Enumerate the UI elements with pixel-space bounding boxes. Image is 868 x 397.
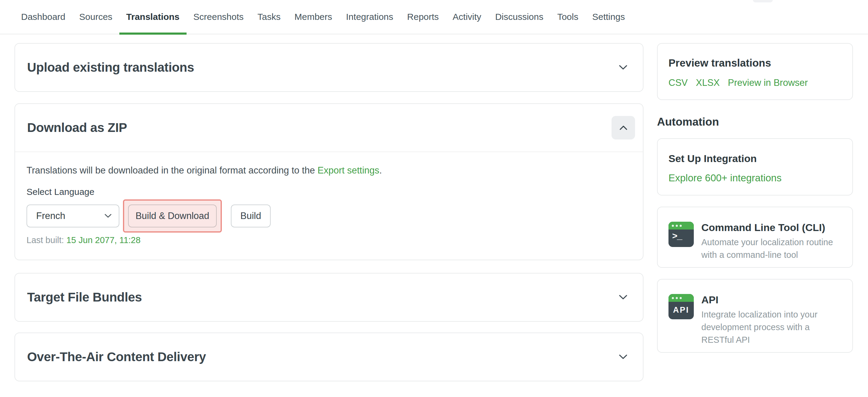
export-settings-link[interactable]: Export settings xyxy=(318,165,379,176)
xlsx-link[interactable]: XLSX xyxy=(696,77,720,88)
tab-integrations[interactable]: Integrations xyxy=(339,0,400,34)
chevron-down-icon xyxy=(619,295,627,300)
cli-promo-card[interactable]: >_ Command Line Tool (CLI) Automate your… xyxy=(657,207,853,268)
chevron-down-icon xyxy=(619,355,627,359)
terminal-prompt-glyph: >_ xyxy=(669,230,694,241)
description-period: . xyxy=(379,165,382,176)
tab-tasks[interactable]: Tasks xyxy=(250,0,287,34)
preview-card-title: Preview translations xyxy=(669,57,841,69)
highlight-annotation-box: Build & Download xyxy=(123,199,222,233)
terminal-dot-icon xyxy=(676,225,678,227)
explore-integrations-link[interactable]: Explore 600+ integrations xyxy=(669,172,781,184)
tab-sources[interactable]: Sources xyxy=(72,0,119,34)
collapse-button[interactable] xyxy=(612,116,635,139)
download-card-body: Translations will be downloaded in the o… xyxy=(15,152,643,260)
api-icon: API xyxy=(669,294,694,319)
language-select[interactable]: French xyxy=(27,204,119,227)
project-nav: Dashboard Sources Translations Screensho… xyxy=(0,0,868,34)
chevron-up-icon xyxy=(620,126,627,130)
api-card-description: Integrate localization into your develop… xyxy=(701,308,841,346)
last-built-label: Last built: xyxy=(27,235,66,245)
preview-in-browser-link[interactable]: Preview in Browser xyxy=(728,77,808,88)
build-controls-row: French Build & Download Build xyxy=(27,199,631,233)
translations-main: Upload existing translations Download as… xyxy=(14,43,644,381)
preview-translations-card: Preview translations CSV XLSX Preview in… xyxy=(657,43,853,100)
preview-links-row: CSV XLSX Preview in Browser xyxy=(669,77,841,88)
ota-card-title: Over-The-Air Content Delivery xyxy=(27,350,206,364)
tab-reports[interactable]: Reports xyxy=(400,0,446,34)
upload-card-title: Upload existing translations xyxy=(27,60,194,75)
cli-promo-text: Command Line Tool (CLI) Automate your lo… xyxy=(701,222,841,267)
api-icon-titlebar xyxy=(669,294,694,302)
build-button[interactable]: Build xyxy=(231,204,271,227)
cli-card-description: Automate your localization routine with … xyxy=(701,236,841,261)
cutoff-toolbar-element xyxy=(753,0,773,2)
terminal-icon: >_ xyxy=(669,222,694,247)
ota-content-delivery-card[interactable]: Over-The-Air Content Delivery xyxy=(14,333,644,381)
integration-card-title: Set Up Integration xyxy=(669,153,841,164)
automation-heading: Automation xyxy=(657,116,853,128)
terminal-dot-icon xyxy=(672,297,674,299)
terminal-dot-icon xyxy=(680,297,682,299)
terminal-dot-icon xyxy=(680,225,682,227)
tab-screenshots[interactable]: Screenshots xyxy=(187,0,251,34)
chevron-down-icon xyxy=(104,214,112,218)
cli-card-title: Command Line Tool (CLI) xyxy=(701,222,841,233)
tab-settings[interactable]: Settings xyxy=(585,0,632,34)
download-card-title: Download as ZIP xyxy=(27,121,127,135)
terminal-dot-icon xyxy=(672,225,674,227)
tab-translations[interactable]: Translations xyxy=(119,0,187,34)
chevron-down-icon xyxy=(619,65,627,70)
sidebar: Preview translations CSV XLSX Preview in… xyxy=(657,43,853,353)
build-and-download-button[interactable]: Build & Download xyxy=(128,204,217,227)
api-icon-label: API xyxy=(669,302,694,315)
api-promo-text: API Integrate localization into your dev… xyxy=(701,294,841,352)
last-built-value: 15 Jun 2077, 11:28 xyxy=(66,235,141,245)
last-built-status: Last built: 15 Jun 2077, 11:28 xyxy=(27,235,631,245)
select-language-label: Select Language xyxy=(27,187,631,197)
download-as-zip-card: Download as ZIP Translations will be dow… xyxy=(14,103,644,260)
target-file-bundles-card[interactable]: Target File Bundles xyxy=(14,273,644,322)
api-promo-card[interactable]: API API Integrate localization into your… xyxy=(657,279,853,353)
set-up-integration-card: Set Up Integration Explore 600+ integrat… xyxy=(657,138,853,196)
download-description: Translations will be downloaded in the o… xyxy=(27,165,631,176)
upload-existing-translations-card[interactable]: Upload existing translations xyxy=(14,43,644,92)
bundles-card-title: Target File Bundles xyxy=(27,290,142,304)
tab-discussions[interactable]: Discussions xyxy=(488,0,550,34)
tab-dashboard[interactable]: Dashboard xyxy=(14,0,72,34)
csv-link[interactable]: CSV xyxy=(669,77,688,88)
tab-activity[interactable]: Activity xyxy=(446,0,488,34)
terminal-icon-titlebar xyxy=(669,222,694,230)
tab-members[interactable]: Members xyxy=(287,0,339,34)
api-card-title: API xyxy=(701,294,841,306)
terminal-dot-icon xyxy=(676,297,678,299)
description-text: Translations will be downloaded in the o… xyxy=(27,165,318,176)
language-select-value: French xyxy=(36,210,65,221)
download-card-header: Download as ZIP xyxy=(15,104,643,152)
tab-tools[interactable]: Tools xyxy=(550,0,585,34)
